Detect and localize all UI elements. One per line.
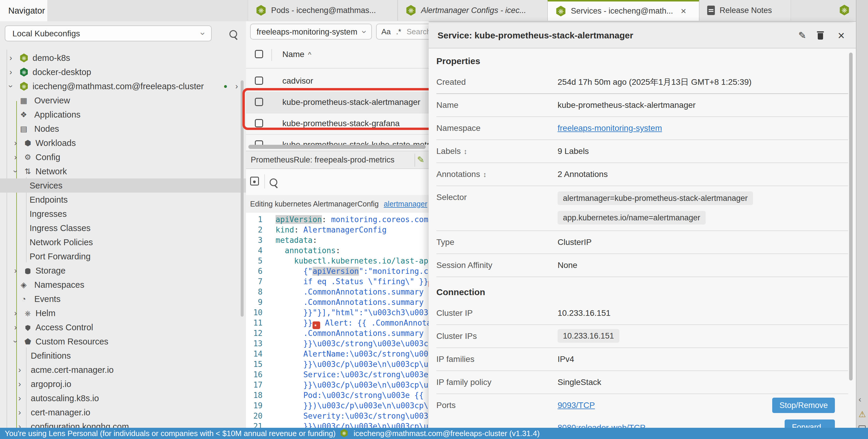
sidebar-item-port-forwarding[interactable]: Port Forwarding — [0, 249, 246, 264]
tab-navigator[interactable]: Navigator — [0, 0, 47, 21]
divider — [414, 154, 415, 167]
kubeconfig-select[interactable]: Local Kubeconfigs › — [5, 25, 212, 41]
row-checkbox[interactable] — [255, 76, 263, 85]
tab-pods[interactable]: ⎈ Pods - icecheng@mathmas... — [248, 0, 398, 21]
sort-toggle-icon[interactable]: ↕ — [483, 170, 487, 178]
chevron-down-icon[interactable]: › — [4, 85, 18, 88]
code-line[interactable]: }}"}],"html":"\u003ch3\u003e\u — [276, 308, 429, 318]
regex-icon[interactable]: .* — [396, 24, 401, 39]
chevron-right-icon[interactable]: › — [14, 320, 17, 334]
tab-partial-cluster[interactable]: ⎈ — [839, 5, 850, 15]
stop-remove-button[interactable]: Stop/Remove — [772, 398, 835, 413]
code-line[interactable]: .CommonAnnotations.summary }} — [276, 287, 429, 297]
code-line[interactable]: metadata: — [276, 235, 317, 245]
chevron-right-icon[interactable]: › — [14, 150, 17, 164]
code-line[interactable]: Severity:\u003c/strong\u003e — [276, 411, 429, 421]
code-line[interactable]: Pod:\u003c/strong\u003e {{ .Co — [276, 390, 429, 401]
search-input[interactable]: Search — [406, 24, 429, 39]
sort-toggle-icon[interactable]: ↕ — [464, 147, 467, 156]
active-cluster-status[interactable]: icecheng@mathmast.com@freeleaps-cluster … — [353, 429, 539, 438]
delete-icon[interactable] — [817, 31, 824, 40]
search-box[interactable]: Aa .* Search — [376, 24, 429, 40]
tab-release-notes[interactable]: Release Notes — [699, 0, 791, 21]
sidebar-item-acme-cert-manager[interactable]: › acme.cert-manager.io — [0, 363, 246, 377]
code-line[interactable]: apiVersion: monitoring.coreos.com/v1 — [276, 214, 429, 225]
port-link[interactable]: 9093/TCP — [558, 401, 595, 410]
sidebar-item-overview[interactable]: ▦ Overview — [0, 93, 246, 107]
namespace-select[interactable]: freeleaps-monitoring-system › — [250, 24, 372, 40]
code-line[interactable]: }}\u003c/p\u003e\n\u003cp\u003 — [276, 380, 429, 390]
tab-alertmanager-configs[interactable]: ⎈ Alertmanager Configs - icec... — [398, 0, 548, 21]
save-icon[interactable] — [250, 177, 259, 185]
code-line[interactable]: }}🚨 Alert: {{ .CommonAnnotati — [276, 318, 429, 329]
chevron-down-icon[interactable]: › — [8, 170, 23, 173]
select-all-checkbox[interactable] — [255, 50, 263, 58]
yaml-editor[interactable]: 1apiVersion: monitoring.coreos.com/v1 2k… — [246, 213, 429, 429]
chevron-right-icon[interactable]: › — [235, 79, 238, 93]
code-line[interactable]: Service:\u003c/strong\u003e { — [276, 370, 429, 380]
code-line[interactable]: .CommonAnnotations.summary }} — [276, 297, 429, 308]
sidebar-item-workloads[interactable]: › ⬢ Workloads — [0, 136, 246, 150]
close-icon[interactable]: × — [838, 23, 845, 48]
sidebar-item-autoscaling[interactable]: › autoscaling.k8s.io — [0, 391, 246, 405]
chevron-right-icon[interactable]: › — [14, 306, 17, 320]
match-case-icon[interactable]: Aa — [381, 24, 391, 39]
sidebar-item-namespaces[interactable]: ◈ Namespaces — [0, 278, 246, 292]
edit-icon[interactable]: ✎ — [798, 23, 806, 48]
alertmanager-link[interactable]: alertmanager — [384, 200, 427, 208]
code-line[interactable]: {"apiVersion":"monitoring.core — [276, 266, 429, 276]
horizontal-scrollbar[interactable] — [248, 145, 426, 149]
sidebar-item-config[interactable]: › ⚙ Config — [0, 150, 246, 164]
code-line[interactable]: AlertName:\u003c/strong\u003e — [276, 349, 429, 359]
chevron-right-icon[interactable]: › — [18, 377, 21, 391]
sidebar-item-nodes[interactable]: ▤ Nodes — [0, 122, 246, 136]
sidebar-item-argoproj[interactable]: › argoproj.io — [0, 377, 246, 391]
sidebar-item-ingress-classes[interactable]: Ingress Classes — [0, 221, 246, 235]
prometheusrule-dock-tab[interactable]: PrometheusRule: freepeals-prod-metrics ✎ — [246, 151, 429, 169]
edit-icon[interactable]: ✎ — [417, 151, 425, 168]
sidebar-item-ingresses[interactable]: Ingresses — [0, 207, 246, 221]
sidebar-item-events[interactable]: ◔ Events — [0, 292, 246, 306]
code-line[interactable]: }}\u003c/p\u003e\n\u003cp\u003 — [276, 359, 429, 370]
code-line[interactable]: if eq .Status \"firing\" }}🚨 — [276, 276, 429, 288]
table-row-partial[interactable]: kube-prometheus-stack-kube-state-metrics — [246, 134, 429, 145]
warning-icon[interactable]: ⚠ — [859, 409, 866, 419]
chevron-left-icon[interactable]: ‹ — [859, 395, 861, 404]
sidebar-item-definitions[interactable]: Definitions — [0, 348, 246, 363]
sidebar-item-cert-manager[interactable]: › cert-manager.io — [0, 405, 246, 419]
code-line[interactable]: .CommonAnnotations.summary }} — [276, 328, 429, 339]
search-icon[interactable] — [229, 30, 237, 38]
code-line[interactable]: }})\u003c/p\u003e\n\u003cp\u00 — [276, 401, 429, 411]
namespace-link[interactable]: freeleaps-monitoring-system — [558, 124, 662, 133]
search-icon[interactable] — [270, 178, 277, 186]
sidebar-item-services[interactable]: Services — [0, 178, 246, 193]
name-column-header[interactable]: Name^ — [282, 41, 311, 68]
sidebar-item-freeleaps-cluster[interactable]: › ⎈ icecheng@mathmast.com@freeleaps-clus… — [0, 79, 246, 93]
sidebar-item-network[interactable]: › ⇅ Network — [0, 164, 246, 178]
chevron-right-icon[interactable]: › — [18, 363, 21, 377]
chevron-right-icon[interactable]: › — [18, 391, 21, 405]
tab-services[interactable]: ⎈ Services - icecheng@math... × — [548, 0, 699, 21]
chevron-right-icon[interactable]: › — [14, 264, 17, 278]
sidebar-item-custom-resources[interactable]: › ⬟ Custom Resources — [0, 334, 246, 348]
close-icon[interactable]: × — [681, 6, 686, 16]
row-checkbox[interactable] — [255, 140, 263, 145]
detail-panel-scrollbar[interactable] — [849, 53, 852, 380]
chevron-right-icon[interactable]: › — [14, 136, 17, 150]
chevron-right-icon[interactable]: › — [9, 51, 12, 65]
chevron-right-icon[interactable]: › — [18, 405, 21, 419]
code-line[interactable]: annotations: — [276, 245, 340, 256]
chevron-down-icon[interactable]: › — [8, 340, 23, 343]
sidebar-item-network-policies[interactable]: Network Policies — [0, 235, 246, 249]
code-line[interactable]: }}\u003c/strong\u003e\u003c/h3 — [276, 339, 429, 349]
code-line[interactable]: kubectl.kubernetes.io/last-appli — [276, 256, 429, 266]
sidebar-item-applications[interactable]: ❖ Applications — [0, 107, 246, 122]
sidebar-item-docker-desktop[interactable]: › ⎈ docker-desktop — [0, 65, 246, 79]
code-line[interactable]: kind: AlertmanagerConfig — [276, 225, 387, 235]
sidebar-item-endpoints[interactable]: Endpoints — [0, 193, 246, 207]
sidebar-item-helm[interactable]: › ⎈ Helm — [0, 306, 246, 320]
sidebar-item-demo-k8s[interactable]: › ⎈ demo-k8s — [0, 51, 246, 65]
sidebar-item-storage[interactable]: › Storage — [0, 264, 246, 278]
sidebar-item-access-control[interactable]: › Access Control — [0, 320, 246, 334]
chevron-right-icon[interactable]: › — [9, 65, 12, 79]
